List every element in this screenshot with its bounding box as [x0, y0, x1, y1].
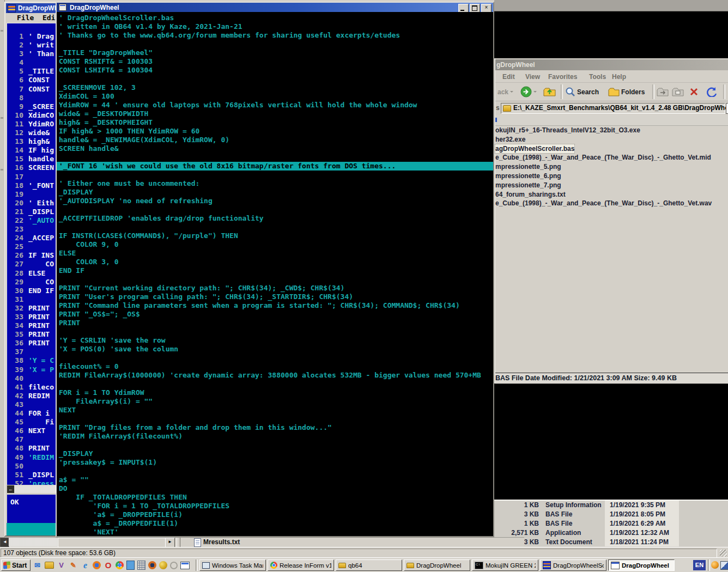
file-list-item[interactable]: okujIN_r5+_16-Threads_IntelV12_32bit_O3.… [495, 126, 728, 135]
quicklaunch-icon[interactable] [126, 561, 135, 570]
scrollbar-track[interactable] [9, 538, 58, 546]
back-dropdown-icon[interactable] [510, 91, 513, 94]
line-number: 49 [7, 453, 23, 462]
resize-grip[interactable] [720, 550, 727, 557]
explorer-menu-item[interactable]: Tools [589, 71, 606, 82]
explorer-menu-item[interactable]: View [525, 71, 540, 82]
tray-ball-icon[interactable] [711, 561, 719, 569]
file-list-item[interactable]: mpressionette_6.png [495, 172, 728, 181]
copy-to-button[interactable] [672, 83, 684, 101]
file-list-item[interactable]: e_Cube_(1998)_-_War_and_Peace_(The_War_D… [495, 199, 728, 208]
file-size: 2,571 KB [494, 528, 539, 538]
quicklaunch-icon[interactable] [45, 562, 54, 569]
line-code: PRINT [28, 339, 50, 347]
quicklaunch-icon[interactable] [159, 561, 167, 569]
console-line: ' Either one must be uncommented: [59, 179, 493, 188]
taskbar-window-button[interactable]: DragDropWheel [608, 559, 675, 571]
console-line: END IF [59, 266, 493, 275]
details-row[interactable]: 2,571 KB Application 1/19/2021 12:32 AM [494, 528, 728, 538]
folders-button[interactable]: Folders [608, 83, 645, 101]
taskbar-window-button[interactable]: Release InForm v1.2... [268, 559, 334, 571]
up-button[interactable] [543, 83, 556, 101]
minimize-button[interactable] [458, 4, 469, 13]
language-indicator[interactable]: EN [693, 560, 706, 570]
address-field[interactable]: E:\_KAZE_Smxrt_Benchmarks\QB64_kit_v1.4_… [501, 103, 725, 114]
quicklaunch-icon[interactable] [93, 561, 101, 569]
explorer-title: gDropWheel [496, 61, 535, 69]
console-line: 'X = POS(0) 'save the column [59, 345, 493, 354]
maximize-button[interactable] [470, 4, 480, 13]
line-number: 8 [7, 94, 23, 102]
console-line: '_FONT 16 'wish we could use the old 8x1… [57, 162, 493, 171]
line-number: 11 [7, 120, 23, 129]
console-titlebar[interactable]: DragDropWheel [57, 3, 493, 12]
quicklaunch-icon[interactable] [170, 562, 178, 569]
scroll-right-icon[interactable]: ► [165, 538, 175, 547]
file-list-item[interactable]: mpressionette_5.png [495, 162, 728, 172]
scroll-left-icon[interactable]: ← [7, 485, 14, 493]
back-button[interactable]: ack [498, 83, 513, 101]
start-button[interactable]: Start [1, 559, 31, 571]
forward-icon [520, 86, 532, 98]
search-button[interactable]: Search [565, 83, 599, 101]
line-code: NEXT [28, 427, 45, 435]
address-folder-icon [503, 105, 511, 112]
taskbar-button-icon [270, 562, 277, 569]
line-number: 21 [7, 208, 23, 216]
undo-button[interactable] [706, 83, 718, 101]
file-list-item[interactable]: agDropWheelScroller.bas [495, 144, 728, 154]
explorer-menu-item[interactable]: Favorites [548, 71, 577, 82]
file-list-item[interactable]: e_Cube_(1998)_-_War_and_Peace_(The_War_D… [495, 153, 728, 162]
quicklaunch-icon[interactable] [104, 561, 113, 570]
delete-button[interactable] [689, 83, 699, 101]
details-row[interactable]: 3 KB Text Document 1/18/2021 11:24 PM [494, 538, 728, 547]
console-line: ' written in QB64 v1.4 by Kaze, 2021-Jan… [59, 22, 493, 31]
file-list-item[interactable]: 64_forum_sharings.txt [495, 190, 728, 199]
taskbar-window-button[interactable]: qb64 [336, 559, 402, 571]
line-number: 26 [7, 251, 23, 260]
line-code: ' writ [28, 41, 54, 49]
move-to-button[interactable] [657, 83, 669, 101]
line-code: PRINT [28, 321, 50, 330]
explorer-menu-item[interactable]: Edit [502, 71, 515, 82]
console-line [59, 415, 493, 423]
quicklaunch-icon[interactable] [69, 561, 78, 570]
console-line [59, 441, 493, 449]
taskbar-window-button[interactable]: DragDropWheel [404, 559, 470, 571]
line-code: '_AUTO [28, 216, 54, 224]
line-code: ' Eith [28, 199, 54, 207]
quicklaunch-icon[interactable] [148, 561, 156, 569]
forward-button[interactable] [520, 83, 537, 101]
scrollbar-thumb[interactable] [58, 538, 166, 547]
line-code: 'REDIM [28, 453, 54, 461]
details-row[interactable]: 1 KB Setup Information 1/19/2021 9:35 PM [494, 501, 728, 510]
file-list-item[interactable]: her32.exe [495, 135, 728, 144]
console-line: COLOR 9, 0 [59, 240, 493, 249]
explorer-menu-item[interactable]: Help [612, 71, 626, 82]
quicklaunch-icon[interactable] [116, 561, 124, 569]
taskbar-window-button[interactable]: Windows Task Man... [199, 559, 266, 571]
details-row[interactable]: 3 KB BAS File 1/19/2021 8:05 PM [494, 510, 728, 519]
forward-dropdown-icon[interactable] [533, 91, 537, 94]
quicklaunch-icon[interactable] [180, 562, 190, 569]
explorer-titlebar[interactable]: gDropWheel [495, 59, 728, 70]
taskbar: Start [0, 557, 728, 572]
close-button[interactable]: × [481, 4, 492, 13]
console-line: a$ = _DROPPEDFILE(1) [59, 519, 493, 528]
quicklaunch-icon[interactable] [33, 561, 42, 570]
file-list-item[interactable]: mpressionette_7.png [495, 181, 728, 190]
tray-app-icon[interactable] [720, 561, 728, 570]
quicklaunch-icon[interactable] [57, 561, 66, 570]
console-line [59, 223, 493, 232]
console-line: 'Y = CSRLIN 'save the row [59, 336, 493, 345]
details-row[interactable]: 1 KB BAS File 1/19/2021 6:29 AM [494, 519, 728, 528]
pane-splitter[interactable] [177, 538, 180, 547]
taskbar-window-button[interactable]: DragDropWheelScr... [540, 559, 606, 571]
quicklaunch-icon[interactable] [81, 561, 90, 570]
taskbar-window-button[interactable]: MokujIN GREEN 21... [472, 559, 538, 571]
go-button[interactable] [726, 103, 728, 114]
quicklaunch-icon[interactable] [137, 561, 145, 570]
console-line: DO [59, 484, 493, 493]
list-file-item[interactable]: Mresults.txt [203, 538, 240, 547]
line-number: 46 [7, 427, 23, 435]
